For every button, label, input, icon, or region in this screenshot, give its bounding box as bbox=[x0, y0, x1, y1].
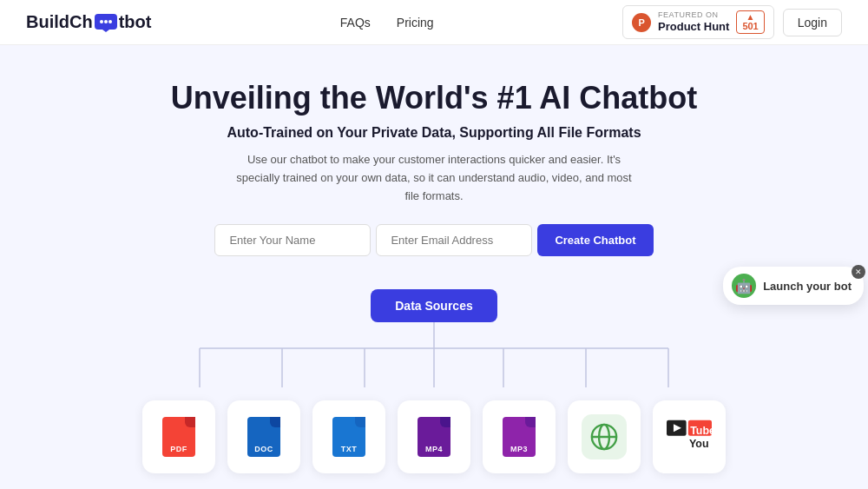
file-icons-row: PDF DOC TXT bbox=[142, 400, 726, 473]
email-input[interactable] bbox=[376, 224, 532, 256]
file-icon-youtube: You Tube bbox=[653, 400, 726, 473]
launch-bot-widget[interactable]: 🤖 Launch your bot ✕ bbox=[723, 267, 864, 305]
mp3-label: MP3 bbox=[510, 445, 528, 453]
nav-pricing[interactable]: Pricing bbox=[397, 16, 434, 30]
file-icon-txt: TXT bbox=[312, 400, 385, 473]
hero-subheading: Auto-Trained on Your Private Data, Suppo… bbox=[17, 125, 851, 141]
file-icon-mp4: MP4 bbox=[398, 400, 470, 473]
product-hunt-badge[interactable]: P FEATURED ON Product Hunt ▲ 501 bbox=[622, 5, 774, 39]
mp4-label: MP4 bbox=[425, 445, 443, 453]
url-icon-wrap bbox=[582, 414, 627, 459]
ph-name: Product Hunt bbox=[658, 20, 729, 34]
hero-description: Use our chatbot to make your customer in… bbox=[234, 151, 634, 205]
nav-right: P FEATURED ON Product Hunt ▲ 501 Login bbox=[622, 5, 842, 39]
file-icon-doc: DOC bbox=[227, 400, 300, 473]
svg-point-1 bbox=[100, 20, 103, 23]
ph-count-badge: ▲ 501 bbox=[736, 10, 764, 34]
doc-label: DOC bbox=[254, 445, 273, 453]
svg-text:You: You bbox=[689, 439, 709, 451]
name-input[interactable] bbox=[214, 224, 371, 256]
ph-featured-label: FEATURED ON bbox=[658, 10, 729, 20]
svg-point-3 bbox=[108, 20, 112, 23]
launch-bot-close-icon[interactable]: ✕ bbox=[852, 265, 865, 279]
file-icon-mp3: MP3 bbox=[483, 400, 556, 473]
product-hunt-logo: P bbox=[632, 13, 651, 32]
pdf-label: PDF bbox=[170, 445, 187, 453]
nav-faqs[interactable]: FAQs bbox=[340, 16, 371, 30]
product-hunt-text: FEATURED ON Product Hunt bbox=[658, 10, 729, 33]
txt-icon-body: TXT bbox=[332, 417, 365, 457]
tree-lines bbox=[156, 322, 712, 400]
launch-bot-avatar: 🤖 bbox=[732, 274, 756, 298]
nav-links: FAQs Pricing bbox=[340, 16, 434, 30]
mp3-icon-body: MP3 bbox=[503, 417, 536, 457]
datasources-button[interactable]: Data Sources bbox=[371, 289, 496, 322]
ph-count-number: 501 bbox=[742, 22, 758, 31]
hero-form: Create Chatbot bbox=[17, 224, 851, 256]
txt-label: TXT bbox=[341, 445, 358, 453]
doc-icon-body: DOC bbox=[247, 417, 280, 457]
navbar: BuildCh tbot FAQs Pricing P FEATURED ON … bbox=[0, 0, 868, 45]
pdf-icon-body: PDF bbox=[162, 417, 195, 457]
logo-icon bbox=[94, 13, 118, 32]
logo-text: BuildCh bbox=[26, 12, 93, 32]
mp4-icon-body: MP4 bbox=[418, 417, 450, 457]
hero-heading: Unveiling the World's #1 AI Chatbot bbox=[17, 80, 851, 116]
launch-bot-label: Launch your bot bbox=[763, 280, 852, 293]
logo-text-bot: tbot bbox=[119, 12, 152, 32]
file-icon-pdf: PDF bbox=[142, 400, 215, 473]
create-chatbot-button[interactable]: Create Chatbot bbox=[537, 224, 653, 256]
datasources-section: Data Sources bbox=[0, 289, 868, 473]
main-content: Unveiling the World's #1 AI Chatbot Auto… bbox=[0, 45, 868, 489]
hero-section: Unveiling the World's #1 AI Chatbot Auto… bbox=[0, 45, 868, 289]
svg-point-2 bbox=[104, 20, 108, 23]
file-icon-url bbox=[568, 400, 641, 473]
logo[interactable]: BuildCh tbot bbox=[26, 12, 151, 32]
youtube-icon-wrap: You Tube bbox=[667, 414, 712, 459]
svg-text:Tube: Tube bbox=[690, 425, 712, 437]
login-button[interactable]: Login bbox=[783, 9, 842, 36]
